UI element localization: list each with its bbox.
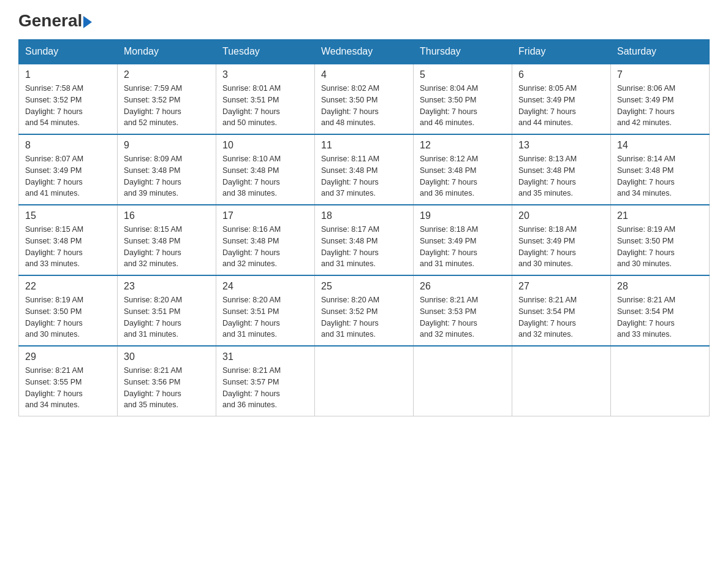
weekday-header-row: SundayMondayTuesdayWednesdayThursdayFrid… [19, 40, 710, 64]
day-number: 30 [124, 351, 210, 362]
calendar-cell: 30Sunrise: 8:21 AMSunset: 3:56 PMDayligh… [118, 346, 216, 416]
day-number: 16 [124, 210, 210, 221]
day-info: Sunrise: 8:16 AMSunset: 3:48 PMDaylight:… [222, 224, 308, 270]
day-info: Sunrise: 8:06 AMSunset: 3:49 PMDaylight:… [617, 83, 703, 129]
day-info: Sunrise: 8:21 AMSunset: 3:54 PMDaylight:… [518, 294, 604, 340]
day-number: 23 [124, 281, 210, 292]
calendar-cell [315, 346, 414, 416]
day-info: Sunrise: 8:10 AMSunset: 3:48 PMDaylight:… [222, 153, 308, 199]
day-number: 11 [321, 140, 407, 151]
day-info: Sunrise: 7:58 AMSunset: 3:52 PMDaylight:… [25, 83, 111, 129]
calendar-cell: 1Sunrise: 7:58 AMSunset: 3:52 PMDaylight… [19, 64, 118, 134]
weekday-friday: Friday [512, 40, 611, 64]
day-info: Sunrise: 8:15 AMSunset: 3:48 PMDaylight:… [124, 224, 210, 270]
day-info: Sunrise: 8:21 AMSunset: 3:57 PMDaylight:… [222, 365, 308, 411]
calendar-cell: 28Sunrise: 8:21 AMSunset: 3:54 PMDayligh… [611, 275, 710, 346]
day-number: 4 [321, 69, 407, 80]
weekday-monday: Monday [118, 40, 216, 64]
calendar-cell: 3Sunrise: 8:01 AMSunset: 3:51 PMDaylight… [216, 64, 315, 134]
day-info: Sunrise: 8:20 AMSunset: 3:51 PMDaylight:… [124, 294, 210, 340]
day-info: Sunrise: 8:21 AMSunset: 3:55 PMDaylight:… [25, 365, 111, 411]
week-row-3: 15Sunrise: 8:15 AMSunset: 3:48 PMDayligh… [19, 205, 710, 275]
calendar-cell: 2Sunrise: 7:59 AMSunset: 3:52 PMDaylight… [118, 64, 216, 134]
day-info: Sunrise: 8:13 AMSunset: 3:48 PMDaylight:… [518, 153, 604, 199]
calendar-body: 1Sunrise: 7:58 AMSunset: 3:52 PMDaylight… [19, 64, 710, 416]
day-info: Sunrise: 8:20 AMSunset: 3:52 PMDaylight:… [321, 294, 407, 340]
day-number: 14 [617, 140, 703, 151]
calendar-cell: 6Sunrise: 8:05 AMSunset: 3:49 PMDaylight… [512, 64, 611, 134]
week-row-2: 8Sunrise: 8:07 AMSunset: 3:49 PMDaylight… [19, 134, 710, 205]
calendar-cell: 18Sunrise: 8:17 AMSunset: 3:48 PMDayligh… [315, 205, 414, 275]
calendar-cell: 7Sunrise: 8:06 AMSunset: 3:49 PMDaylight… [611, 64, 710, 134]
day-info: Sunrise: 8:20 AMSunset: 3:51 PMDaylight:… [222, 294, 308, 340]
day-info: Sunrise: 8:05 AMSunset: 3:49 PMDaylight:… [518, 83, 604, 129]
day-number: 20 [518, 210, 604, 221]
calendar-cell: 13Sunrise: 8:13 AMSunset: 3:48 PMDayligh… [512, 134, 611, 205]
calendar-cell: 19Sunrise: 8:18 AMSunset: 3:49 PMDayligh… [414, 205, 512, 275]
logo: General [18, 12, 92, 27]
calendar-cell: 26Sunrise: 8:21 AMSunset: 3:53 PMDayligh… [414, 275, 512, 346]
calendar-cell: 25Sunrise: 8:20 AMSunset: 3:52 PMDayligh… [315, 275, 414, 346]
day-info: Sunrise: 8:09 AMSunset: 3:48 PMDaylight:… [124, 153, 210, 199]
calendar-cell: 16Sunrise: 8:15 AMSunset: 3:48 PMDayligh… [118, 205, 216, 275]
calendar-cell: 29Sunrise: 8:21 AMSunset: 3:55 PMDayligh… [19, 346, 118, 416]
calendar-cell: 21Sunrise: 8:19 AMSunset: 3:50 PMDayligh… [611, 205, 710, 275]
day-number: 26 [420, 281, 506, 292]
calendar-cell: 11Sunrise: 8:11 AMSunset: 3:48 PMDayligh… [315, 134, 414, 205]
day-info: Sunrise: 8:18 AMSunset: 3:49 PMDaylight:… [420, 224, 506, 270]
calendar-cell: 8Sunrise: 8:07 AMSunset: 3:49 PMDaylight… [19, 134, 118, 205]
day-number: 19 [420, 210, 506, 221]
day-number: 2 [124, 69, 210, 80]
page-header: General [18, 12, 710, 27]
logo-general: General [18, 11, 82, 30]
calendar-cell [414, 346, 512, 416]
day-info: Sunrise: 8:18 AMSunset: 3:49 PMDaylight:… [518, 224, 604, 270]
calendar-cell: 22Sunrise: 8:19 AMSunset: 3:50 PMDayligh… [19, 275, 118, 346]
calendar-cell [512, 346, 611, 416]
week-row-4: 22Sunrise: 8:19 AMSunset: 3:50 PMDayligh… [19, 275, 710, 346]
calendar-cell: 24Sunrise: 8:20 AMSunset: 3:51 PMDayligh… [216, 275, 315, 346]
day-info: Sunrise: 8:02 AMSunset: 3:50 PMDaylight:… [321, 83, 407, 129]
day-info: Sunrise: 8:21 AMSunset: 3:53 PMDaylight:… [420, 294, 506, 340]
day-info: Sunrise: 8:04 AMSunset: 3:50 PMDaylight:… [420, 83, 506, 129]
day-number: 22 [25, 281, 111, 292]
day-info: Sunrise: 8:19 AMSunset: 3:50 PMDaylight:… [25, 294, 111, 340]
calendar-cell: 12Sunrise: 8:12 AMSunset: 3:48 PMDayligh… [414, 134, 512, 205]
logo-arrow-icon [83, 16, 92, 28]
day-number: 25 [321, 281, 407, 292]
day-info: Sunrise: 8:19 AMSunset: 3:50 PMDaylight:… [617, 224, 703, 270]
calendar-cell: 31Sunrise: 8:21 AMSunset: 3:57 PMDayligh… [216, 346, 315, 416]
day-number: 31 [222, 351, 308, 362]
day-number: 12 [420, 140, 506, 151]
day-number: 28 [617, 281, 703, 292]
calendar-cell: 4Sunrise: 8:02 AMSunset: 3:50 PMDaylight… [315, 64, 414, 134]
day-info: Sunrise: 8:15 AMSunset: 3:48 PMDaylight:… [25, 224, 111, 270]
day-number: 3 [222, 69, 308, 80]
day-info: Sunrise: 8:21 AMSunset: 3:56 PMDaylight:… [124, 365, 210, 411]
day-number: 7 [617, 69, 703, 80]
day-number: 13 [518, 140, 604, 151]
day-number: 18 [321, 210, 407, 221]
calendar-cell: 27Sunrise: 8:21 AMSunset: 3:54 PMDayligh… [512, 275, 611, 346]
day-info: Sunrise: 7:59 AMSunset: 3:52 PMDaylight:… [124, 83, 210, 129]
weekday-wednesday: Wednesday [315, 40, 414, 64]
week-row-5: 29Sunrise: 8:21 AMSunset: 3:55 PMDayligh… [19, 346, 710, 416]
calendar-cell: 20Sunrise: 8:18 AMSunset: 3:49 PMDayligh… [512, 205, 611, 275]
day-info: Sunrise: 8:01 AMSunset: 3:51 PMDaylight:… [222, 83, 308, 129]
calendar-cell: 15Sunrise: 8:15 AMSunset: 3:48 PMDayligh… [19, 205, 118, 275]
day-number: 21 [617, 210, 703, 221]
calendar-cell: 9Sunrise: 8:09 AMSunset: 3:48 PMDaylight… [118, 134, 216, 205]
day-number: 27 [518, 281, 604, 292]
day-info: Sunrise: 8:12 AMSunset: 3:48 PMDaylight:… [420, 153, 506, 199]
calendar-cell: 17Sunrise: 8:16 AMSunset: 3:48 PMDayligh… [216, 205, 315, 275]
day-info: Sunrise: 8:17 AMSunset: 3:48 PMDaylight:… [321, 224, 407, 270]
week-row-1: 1Sunrise: 7:58 AMSunset: 3:52 PMDaylight… [19, 64, 710, 134]
day-number: 9 [124, 140, 210, 151]
calendar-cell: 5Sunrise: 8:04 AMSunset: 3:50 PMDaylight… [414, 64, 512, 134]
weekday-sunday: Sunday [19, 40, 118, 64]
calendar-header: SundayMondayTuesdayWednesdayThursdayFrid… [19, 40, 710, 64]
calendar-cell [611, 346, 710, 416]
day-info: Sunrise: 8:07 AMSunset: 3:49 PMDaylight:… [25, 153, 111, 199]
day-number: 15 [25, 210, 111, 221]
day-number: 6 [518, 69, 604, 80]
